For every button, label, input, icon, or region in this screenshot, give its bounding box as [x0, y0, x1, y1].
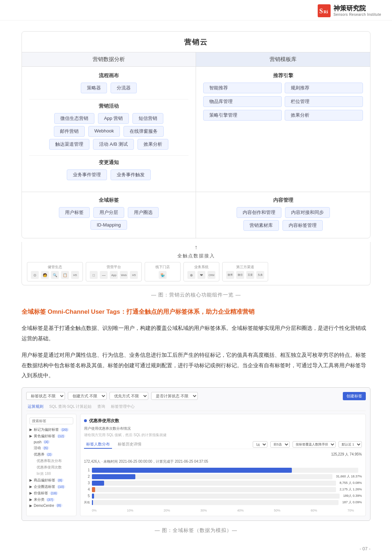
- item-content-tag[interactable]: 内容标签管理: [283, 220, 323, 231]
- ying-icons: □ — App Web H5: [90, 271, 138, 279]
- mock-tree-item-coupon-use[interactable]: 优惠券使用次数: [29, 464, 73, 471]
- item-strategy-mgmt[interactable]: 策略引擎管理: [203, 110, 282, 121]
- item-fenlüqi[interactable]: 分流器: [111, 83, 137, 93]
- mock-select-priority[interactable]: 优先方式 不限: [109, 392, 148, 400]
- tree-badge-value: (19): [50, 491, 58, 495]
- mock-tree-item-laifen[interactable]: ▶ 来分类 (37): [29, 496, 73, 503]
- yewu-icons: ⊕ ❤ CRM: [187, 271, 215, 279]
- item-user-seg[interactable]: 用户分层: [93, 207, 124, 218]
- mock-tree-item-coupon-dist[interactable]: 优惠券取次分布: [29, 458, 73, 464]
- item-content-create[interactable]: 内容创作和管理: [237, 207, 281, 218]
- liucheng-title: 流程画布: [29, 73, 188, 79]
- item-celüeqi[interactable]: 策略器: [81, 83, 107, 93]
- liucheng-items: 策略器 分流器: [29, 83, 188, 93]
- item-rule-rec[interactable]: 规则推荐: [285, 83, 363, 93]
- mock-search-input[interactable]: [29, 417, 73, 424]
- tree-arrow-value: ▶: [29, 491, 32, 495]
- mock-tree-item-demo[interactable]: ▶ DemoCentre (8): [29, 503, 73, 508]
- tree-badge-2: (12): [57, 434, 65, 438]
- bar-fill-2: [92, 474, 135, 479]
- mock-tree-item-goods[interactable]: ▶ 商品偏好标签 (8): [29, 477, 73, 484]
- tree-label-2: 黄色偏好标签: [34, 434, 55, 439]
- touchpoint-arrow: ↑: [22, 242, 370, 251]
- tree-label-coupon-dist: 优惠券取次分布: [37, 458, 62, 463]
- item-user-tag[interactable]: 用户标签: [59, 207, 90, 218]
- item-id-mapping[interactable]: ID-Mapping: [90, 220, 127, 230]
- item-content-lib[interactable]: 营销素材库: [243, 220, 279, 231]
- mock-subtab-3[interactable]: 查询: [97, 404, 105, 409]
- tree-label-coupon-use: 优惠券使用次数: [37, 465, 62, 470]
- item-channel-mgmt[interactable]: 触达渠道管理: [49, 139, 89, 150]
- mock-tab-select-3[interactable]: 按标签覆盖人数降序排: [293, 441, 336, 448]
- mock-select-calc[interactable]: 是否计算状态 不限: [151, 392, 198, 400]
- item-biz-event-trigger[interactable]: 业务事件触发: [111, 169, 151, 180]
- tree-badge-goods: (8): [57, 478, 64, 482]
- item-email-mkt[interactable]: 邮件营销: [54, 126, 85, 137]
- item-app-mkt[interactable]: App 营销: [98, 113, 129, 124]
- mock-subtab-1[interactable]: 运算规则: [28, 404, 43, 409]
- mock-tab-select-2[interactable]: 前5选: [270, 441, 290, 448]
- mock-select-create[interactable]: 创建方式 不限: [68, 392, 107, 400]
- icon-jianguan-3: 🔍: [51, 271, 59, 279]
- mock-subtab-4[interactable]: 标签管理中心: [111, 404, 135, 409]
- tree-badge-push: (4): [43, 440, 50, 444]
- tree-label-activity: 活动: [34, 445, 41, 450]
- mock-tree-item-value[interactable]: ▶ 价值标签 (19): [29, 490, 73, 496]
- item-wechat-mkt[interactable]: 微信生态营销: [54, 113, 94, 124]
- create-tag-button[interactable]: 创建标签: [343, 392, 366, 400]
- mock-tab-select-4[interactable]: 默认近 1: [339, 441, 362, 448]
- mock-main-area: ▶ 标记为偏好标签 (20) ▶ 黄色偏好标签 (12) push (4) 活动…: [26, 414, 366, 516]
- mock-tab-history[interactable]: 标签历史详情: [116, 440, 144, 449]
- tree-badge-activity: (5): [42, 446, 49, 450]
- mock-content-title: 优惠券使用次数: [89, 418, 119, 424]
- mock-tree-item-1[interactable]: ▶ 标记为偏好标签 (20): [29, 426, 73, 433]
- xaxis-60: 60%: [311, 509, 317, 512]
- mock-tree-item-circle[interactable]: ▶ 企业圈选标签 (10): [29, 484, 73, 490]
- mc-left-tab[interactable]: 营销数据分析: [22, 52, 196, 67]
- mock-subtab-2[interactable]: SQL 查询·SQL 计算起始: [49, 404, 92, 409]
- tree-badge-demo: (8): [56, 504, 62, 507]
- icon-toutiao: 头条: [256, 271, 264, 279]
- item-effect-analysis-r[interactable]: 效果分析: [285, 110, 363, 121]
- yingxiao-row1: 微信生态营销 App 营销 短信营销: [29, 113, 188, 124]
- xaxis-0: 0%: [92, 509, 97, 512]
- mock-tree-item-activity[interactable]: 活动 (5): [29, 445, 73, 451]
- xaxis-50: 50%: [274, 509, 280, 512]
- bar-text-3: 8,755 人 0.08%: [340, 481, 362, 485]
- touchpoint-group-ying: 营营平台 □ — App Web H5: [86, 262, 142, 281]
- divider-1: [29, 99, 188, 99]
- mock-tree-item-push[interactable]: push (4): [29, 439, 73, 445]
- mock-select-status[interactable]: 标签状态 不限: [26, 392, 65, 400]
- tree-label-value: 价值标签: [34, 491, 48, 496]
- item-ab-test[interactable]: 活动 A/B 测试: [93, 139, 134, 150]
- xianxia-title: 线下门店: [155, 265, 170, 270]
- ying-title: 营营平台: [107, 265, 121, 270]
- bar-fill-4: [92, 487, 95, 492]
- item-biz-event-mgmt[interactable]: 业务事件管理: [67, 169, 107, 180]
- item-content-sync[interactable]: 内容对接和同步: [285, 207, 330, 218]
- item-popup-svc[interactable]: 在线弹窗服务: [123, 126, 164, 137]
- item-smart-rec[interactable]: 智能推荐: [203, 83, 282, 93]
- icon-ying-web: Web: [120, 271, 128, 279]
- yingxiao-row3: 触达渠道管理 活动 A/B 测试 效果分析: [29, 139, 188, 150]
- mock-toolbar: 标签状态 不限 创建方式 不限 优先方式 不限 是否计算状态 不限 创建标签: [26, 392, 366, 400]
- mc-right-tab[interactable]: 营销模板库: [196, 52, 370, 67]
- item-user-circle[interactable]: 用户圈选: [128, 207, 159, 218]
- item-webhook[interactable]: Webhook: [88, 126, 120, 137]
- item-item-lib[interactable]: 物品库管理: [203, 96, 282, 107]
- tree-badge-circle: (10): [57, 485, 65, 489]
- icon-ying-app: App: [110, 271, 118, 279]
- mock-tab-select-1[interactable]: 1д: [253, 441, 267, 448]
- icon-wechat: 微信: [236, 271, 244, 279]
- mock-tree-item-coupon[interactable]: 优惠券 (2): [29, 451, 73, 458]
- mock-tab-distribution[interactable]: 标签人数分布: [84, 440, 112, 449]
- mock-tree-item-lin188[interactable]: lin第 188: [29, 471, 73, 477]
- disanfang-title: 第三方渠道: [236, 265, 254, 270]
- item-slot-mgmt[interactable]: 栏位管理: [285, 96, 363, 107]
- icon-jianguan-4: 📋: [61, 271, 69, 279]
- item-sms-mkt[interactable]: 短信营销: [132, 113, 163, 124]
- tuijian-title: 推荐引擎: [203, 73, 363, 79]
- mock-tree-item-2[interactable]: ▶ 黄色偏好标签 (12): [29, 433, 73, 439]
- logo-area: S Ri 神策研究院 Sensors Research Institute: [318, 4, 381, 17]
- item-effect-analysis[interactable]: 效果分析: [137, 139, 168, 150]
